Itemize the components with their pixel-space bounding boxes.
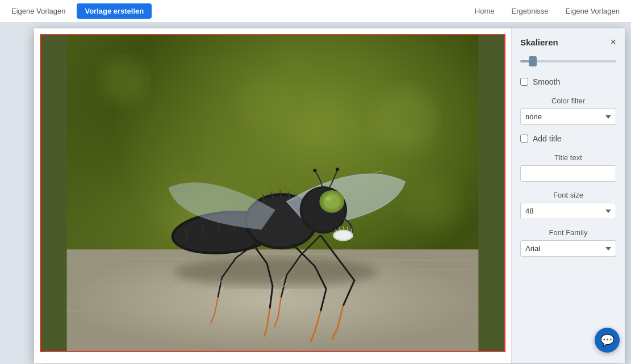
image-area bbox=[34, 28, 511, 363]
svg-point-2 bbox=[101, 58, 145, 103]
svg-point-6 bbox=[160, 128, 199, 168]
nav-eigene-vorlagen-left[interactable]: Eigene Vorlagen bbox=[11, 7, 65, 15]
svg-point-3 bbox=[374, 89, 436, 150]
top-nav: Eigene Vorlagen Vorlage erstellen Home E… bbox=[0, 0, 631, 23]
svg-point-7 bbox=[236, 75, 292, 131]
slider-track[interactable] bbox=[520, 60, 616, 62]
image-frame bbox=[40, 34, 505, 352]
font-size-section: Font size 12 14 16 18 24 32 48 64 72 bbox=[520, 191, 616, 228]
svg-point-45 bbox=[336, 168, 339, 171]
nav-home-link[interactable]: Home bbox=[475, 7, 495, 15]
smooth-checkbox[interactable] bbox=[520, 78, 528, 86]
add-title-checkbox[interactable] bbox=[520, 135, 528, 143]
chat-button[interactable]: 💬 bbox=[595, 328, 620, 353]
font-family-select[interactable]: Arial Helvetica Times New Roman Georgia … bbox=[520, 240, 616, 257]
svg-point-44 bbox=[313, 169, 316, 172]
color-filter-select[interactable]: none grayscale sepia invert bbox=[520, 108, 616, 125]
svg-point-4 bbox=[275, 47, 310, 81]
main-area: Skalieren × Smooth Color fi bbox=[0, 23, 631, 364]
font-family-section: Font Family Arial Helvetica Times New Ro… bbox=[520, 228, 616, 266]
modal-container: Skalieren × Smooth Color fi bbox=[34, 28, 625, 363]
font-family-label: Font Family bbox=[520, 228, 616, 237]
smooth-label[interactable]: Smooth bbox=[533, 77, 560, 86]
slider-container bbox=[520, 56, 616, 67]
chat-icon: 💬 bbox=[600, 333, 615, 347]
nav-right-links: Home Ergebnisse Eigene Vorlagen bbox=[475, 7, 620, 15]
fly-illustration bbox=[41, 35, 504, 351]
nav-eigene-vorlagen-right[interactable]: Eigene Vorlagen bbox=[566, 7, 620, 15]
svg-point-42 bbox=[324, 194, 340, 209]
color-filter-label: Color filter bbox=[520, 97, 616, 105]
font-size-label: Font size bbox=[520, 191, 616, 199]
svg-point-5 bbox=[408, 179, 458, 229]
smooth-checkbox-row: Smooth bbox=[520, 77, 616, 86]
slider-thumb[interactable] bbox=[529, 56, 537, 66]
panel-header: Skalieren × bbox=[520, 37, 616, 47]
right-panel: Skalieren × Smooth Color fi bbox=[511, 28, 625, 363]
svg-point-43 bbox=[325, 196, 331, 201]
close-button[interactable]: × bbox=[610, 37, 616, 47]
svg-point-21 bbox=[174, 258, 377, 286]
nav-ergebnisse-link[interactable]: Ergebnisse bbox=[512, 7, 549, 15]
title-text-input[interactable] bbox=[520, 165, 616, 182]
title-text-section: Title text bbox=[520, 153, 616, 191]
vorlage-erstellen-button[interactable]: Vorlage erstellen bbox=[77, 3, 152, 19]
add-title-checkbox-row: Add title bbox=[520, 134, 616, 143]
title-text-label: Title text bbox=[520, 153, 616, 162]
panel-title: Skalieren bbox=[520, 37, 558, 47]
modal-overlay: Skalieren × Smooth Color fi bbox=[0, 23, 631, 364]
color-filter-section: Color filter none grayscale sepia invert bbox=[520, 97, 616, 134]
font-size-select[interactable]: 12 14 16 18 24 32 48 64 72 bbox=[520, 203, 616, 219]
add-title-label[interactable]: Add title bbox=[533, 134, 562, 143]
